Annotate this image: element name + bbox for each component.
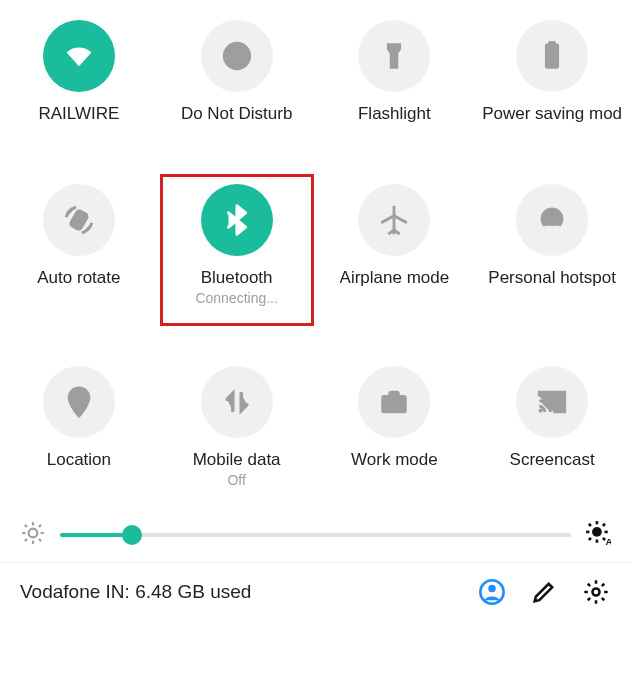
tile-flashlight[interactable]: Flashlight xyxy=(316,10,474,144)
tile-dnd[interactable]: Do Not Disturb xyxy=(158,10,316,144)
tile-label: Work mode xyxy=(351,450,438,470)
tile-label: Screencast xyxy=(510,450,595,470)
quick-settings-grid: RAILWIRE Do Not Disturb Flashlight Power… xyxy=(0,0,631,508)
svg-line-19 xyxy=(39,539,41,541)
svg-point-22 xyxy=(592,527,602,537)
tile-label: Flashlight xyxy=(358,104,431,124)
slider-track-fill xyxy=(60,533,132,537)
location-icon xyxy=(43,366,115,438)
dnd-icon xyxy=(201,20,273,92)
tile-label: Do Not Disturb xyxy=(181,104,292,124)
brightness-auto-icon[interactable]: A xyxy=(585,520,611,550)
bluetooth-icon xyxy=(201,184,273,256)
svg-line-29 xyxy=(589,538,591,540)
tile-label: Bluetooth xyxy=(201,268,273,288)
cast-icon xyxy=(516,366,588,438)
svg-point-12 xyxy=(539,409,542,412)
tile-label: Personal hotspot xyxy=(488,268,616,288)
svg-line-30 xyxy=(603,524,605,526)
tile-location[interactable]: Location xyxy=(0,356,158,508)
edit-icon[interactable] xyxy=(529,577,559,607)
account-icon[interactable] xyxy=(477,577,507,607)
svg-point-9 xyxy=(75,394,82,401)
briefcase-icon xyxy=(358,366,430,438)
hotspot-icon xyxy=(516,184,588,256)
airplane-icon xyxy=(358,184,430,256)
brightness-low-icon xyxy=(20,520,46,550)
carrier-usage-text[interactable]: Vodafone IN: 6.48 GB used xyxy=(20,581,455,603)
tile-work-mode[interactable]: Work mode xyxy=(316,356,474,508)
flashlight-icon xyxy=(358,20,430,92)
svg-rect-7 xyxy=(70,210,88,230)
tile-hotspot[interactable]: Personal hotspot xyxy=(473,174,631,326)
tile-sublabel: Off xyxy=(227,472,245,488)
tile-bluetooth[interactable]: Bluetooth Connecting... xyxy=(158,174,316,326)
tile-label: Power saving mod xyxy=(482,104,622,124)
tile-wifi[interactable]: RAILWIRE xyxy=(0,10,158,144)
svg-line-27 xyxy=(589,524,591,526)
svg-line-18 xyxy=(25,525,27,527)
tile-screencast[interactable]: Screencast xyxy=(473,356,631,508)
brightness-slider[interactable] xyxy=(60,525,571,545)
tile-label: Location xyxy=(47,450,111,470)
settings-icon[interactable] xyxy=(581,577,611,607)
svg-point-13 xyxy=(29,529,38,538)
bottom-bar: Vodafone IN: 6.48 GB used xyxy=(0,562,631,613)
brightness-row: A xyxy=(0,508,631,562)
svg-line-21 xyxy=(39,525,41,527)
tile-mobile-data[interactable]: Mobile data Off xyxy=(158,356,316,508)
battery-plus-icon xyxy=(516,20,588,92)
tile-label: Mobile data xyxy=(193,450,281,470)
tile-sublabel: Connecting... xyxy=(195,290,278,306)
mobile-data-icon xyxy=(201,366,273,438)
slider-thumb[interactable] xyxy=(122,525,142,545)
tile-auto-rotate[interactable]: Auto rotate xyxy=(0,174,158,326)
tile-power-saving[interactable]: Power saving mod xyxy=(473,10,631,144)
tile-label: Auto rotate xyxy=(37,268,120,288)
svg-line-20 xyxy=(25,539,27,541)
svg-text:A: A xyxy=(606,536,611,546)
svg-point-33 xyxy=(488,585,495,592)
tile-label: RAILWIRE xyxy=(38,104,119,124)
auto-rotate-icon xyxy=(43,184,115,256)
tile-label: Airplane mode xyxy=(340,268,450,288)
tile-airplane[interactable]: Airplane mode xyxy=(316,174,474,326)
wifi-icon xyxy=(43,20,115,92)
svg-point-34 xyxy=(593,589,600,596)
svg-rect-4 xyxy=(549,42,555,45)
